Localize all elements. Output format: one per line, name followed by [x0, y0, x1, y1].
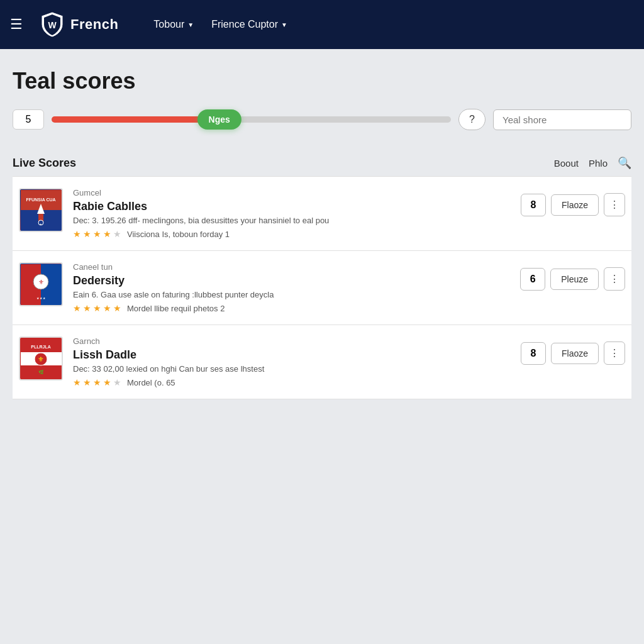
item-title-2: Dedersity [73, 274, 510, 287]
badge-svg-1: FFUNSIA CUA ★ [21, 190, 62, 231]
item-desc-3: Dec: 33 02,00 lexied on hghi Can bur ses… [73, 364, 511, 374]
menu-icon[interactable]: ☰ [10, 16, 23, 33]
score-bar-row: Nges ? [13, 107, 631, 132]
item-category-2: Caneel tun [73, 262, 510, 272]
navbar-brand-text: French [70, 16, 118, 33]
item-desc-1: Dec: 3. 195.26 dff- meclingons, bia desu… [73, 216, 511, 225]
badge-svg-2: ⚜ ★ ★ ★ [21, 264, 62, 305]
item-category-3: Garnch [73, 336, 511, 346]
item-meta-3: Mordel (o. 65 [127, 378, 175, 387]
svg-text:W: W [48, 20, 57, 30]
team-badge-3: PLLRJLA ⚜ 🌿 [19, 336, 63, 380]
team-badge-2: ⚜ ★ ★ ★ [19, 262, 63, 306]
item-actions-3: 8 Flaoze ⋮ [521, 341, 625, 365]
phlo-link[interactable]: Phlo [589, 158, 608, 169]
list-item: ⚜ ★ ★ ★ Caneel tun Dedersity Eain 6. Gaa… [13, 251, 631, 325]
navbar-nav: Tobour ▼ Frience Cuptor ▼ [146, 15, 295, 34]
navbar: ☰ W French Tobour ▼ Frience Cuptor ▼ [0, 0, 644, 49]
more-btn-3[interactable]: ⋮ [604, 341, 625, 365]
item-content-2: Caneel tun Dedersity Eain 6. Gaa use asl… [73, 262, 510, 313]
score-list: FFUNSIA CUA ★ Gumcel Rabie Cablles Dec: … [13, 177, 631, 399]
svg-text:⚜: ⚜ [38, 355, 44, 363]
item-content-1: Gumcel Rabie Cablles Dec: 3. 195.26 dff-… [73, 188, 511, 239]
badge-svg-3: PLLRJLA ⚜ 🌿 [21, 338, 62, 379]
header-actions: Boout Phlo 🔍 [554, 156, 631, 170]
yeal-input[interactable] [493, 109, 631, 130]
more-btn-2[interactable]: ⋮ [604, 267, 625, 291]
item-content-3: Garnch Lissh Dadle Dec: 33 02,00 lexied … [73, 336, 511, 387]
slider-track[interactable]: Nges [52, 116, 451, 123]
svg-text:★: ★ [40, 223, 42, 226]
score-badge-3: 8 [521, 342, 546, 365]
page-title: Teal scores [13, 68, 631, 94]
action-btn-1[interactable]: Flaoze [551, 194, 599, 216]
navbar-logo: W French [40, 11, 118, 38]
nav-tobour-arrow-icon: ▼ [187, 21, 194, 28]
item-title-3: Lissh Dadle [73, 348, 511, 362]
slider-thumb[interactable]: Nges [197, 109, 242, 130]
item-actions-1: 8 Flaoze ⋮ [521, 193, 625, 216]
nav-frience-arrow-icon: ▼ [281, 21, 287, 28]
list-item: PLLRJLA ⚜ 🌿 Garnch Lissh Dadle Dec: 33 0… [13, 325, 631, 399]
action-btn-2[interactable]: Pleuze [550, 269, 599, 290]
svg-text:FFUNSIA CUA: FFUNSIA CUA [26, 197, 55, 202]
item-actions-2: 6 Pleuze ⋮ [520, 267, 625, 291]
item-meta-2: Mordel llibe requil phetos 2 [127, 304, 225, 313]
team-badge-1: FFUNSIA CUA ★ [19, 188, 63, 232]
slider-fill [52, 116, 219, 123]
nav-item-tobour[interactable]: Tobour ▼ [146, 15, 201, 34]
svg-text:⚜: ⚜ [38, 279, 43, 286]
nav-item-frience[interactable]: Frience Cuptor ▼ [204, 15, 295, 34]
boout-link[interactable]: Boout [554, 158, 579, 169]
item-desc-2: Eain 6. Gaa use asle on faturing :llubbe… [73, 290, 510, 299]
live-scores-label: Live Scores [13, 157, 76, 170]
more-btn-1[interactable]: ⋮ [604, 193, 625, 216]
svg-text:PLLRJLA: PLLRJLA [31, 345, 51, 349]
nav-frience-label: Frience Cuptor [211, 19, 278, 30]
list-item: FFUNSIA CUA ★ Gumcel Rabie Cablles Dec: … [13, 177, 631, 251]
item-meta-1: Viisciona Is, toboun forday 1 [127, 230, 230, 239]
item-title-1: Rabie Cablles [73, 200, 511, 213]
item-stars-2: ★ ★ ★ ★ ★ Mordel llibe requil phetos 2 [73, 303, 510, 313]
question-button[interactable]: ? [458, 109, 486, 130]
action-btn-3[interactable]: Flaoze [551, 343, 599, 364]
slider-container: Nges [52, 107, 451, 132]
live-scores-header: Live Scores Boout Phlo 🔍 [13, 150, 631, 177]
item-stars-3: ★ ★ ★ ★ ★ Mordel (o. 65 [73, 377, 511, 387]
item-stars-1: ★ ★ ★ ★ ★ Viisciona Is, toboun forday 1 [73, 229, 511, 239]
main-content: Teal scores Nges ? Live Scores Boout Phl… [0, 49, 644, 412]
score-input[interactable] [13, 109, 44, 130]
svg-text:🌿: 🌿 [38, 369, 43, 375]
shield-logo-icon: W [40, 11, 64, 38]
svg-text:★ ★ ★: ★ ★ ★ [36, 296, 46, 300]
item-category-1: Gumcel [73, 188, 511, 197]
search-icon[interactable]: 🔍 [618, 156, 631, 170]
nav-tobour-label: Tobour [153, 19, 184, 30]
score-badge-1: 8 [521, 194, 546, 216]
score-badge-2: 6 [520, 268, 545, 291]
